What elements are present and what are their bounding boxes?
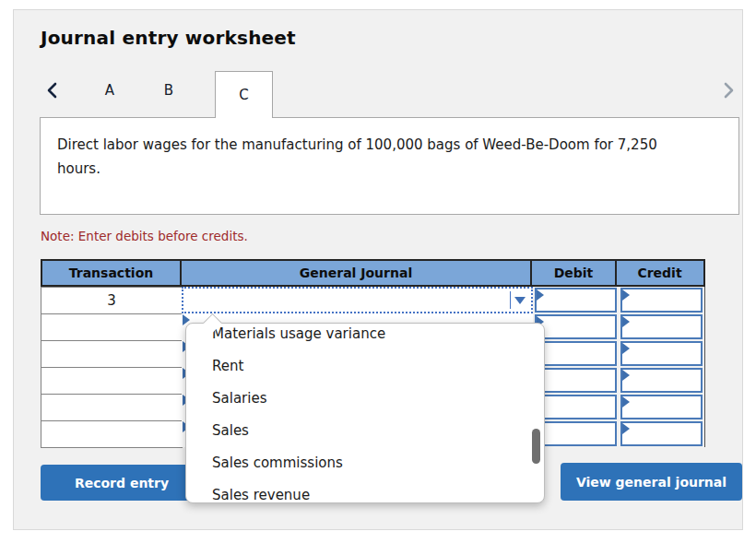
credit-input-6[interactable] [620, 421, 703, 446]
table-right-border [704, 287, 705, 447]
credit-input-3[interactable] [620, 341, 703, 366]
column-header-debit: Debit [532, 261, 617, 285]
cell-flag-icon [622, 396, 630, 407]
tab-a[interactable]: A [91, 82, 128, 99]
account-dropdown-menu: Materials usage variance Rent Salaries S… [185, 323, 545, 503]
cell-flag-icon [622, 316, 630, 327]
page-title: Journal entry worksheet [41, 27, 296, 49]
credit-input-1[interactable] [620, 288, 703, 313]
transaction-description-box: Direct labor wages for the manufacturing… [40, 117, 739, 215]
transaction-cell-6 [41, 421, 182, 448]
chevron-right-icon [720, 82, 737, 99]
dropdown-scrollbar-thumb[interactable] [532, 429, 540, 464]
dropdown-option[interactable]: Sales [186, 415, 544, 447]
caret-down-icon [514, 297, 526, 304]
next-tab-button[interactable] [720, 82, 737, 99]
transaction-description: Direct labor wages for the manufacturing… [57, 133, 666, 181]
cell-flag-icon [537, 289, 544, 301]
record-entry-button[interactable]: Record entry [41, 465, 203, 501]
debits-before-credits-note: Note: Enter debits before credits. [41, 229, 248, 243]
transaction-cell-2 [41, 314, 182, 341]
tab-c-label: C [239, 87, 248, 103]
tab-c-active[interactable]: C [215, 71, 273, 118]
cell-flag-icon [622, 343, 630, 354]
debit-input-5[interactable] [535, 395, 617, 419]
chevron-left-icon [44, 82, 61, 99]
transaction-cell-3 [41, 341, 182, 368]
journal-entry-worksheet-panel: Journal entry worksheet A B C Direct lab… [13, 9, 743, 530]
cell-flag-icon [622, 423, 630, 434]
debit-input-4[interactable] [535, 368, 617, 393]
column-header-general-journal: General Journal [182, 261, 532, 285]
dropdown-option[interactable]: Salaries [186, 383, 544, 415]
transaction-cell-5 [41, 395, 182, 421]
transaction-cell-4 [41, 368, 182, 395]
journal-table-header: Transaction General Journal Debit Credit [41, 259, 705, 287]
dropdown-separator [510, 291, 511, 309]
cell-flag-icon [622, 289, 630, 301]
prev-tab-button[interactable] [44, 82, 61, 99]
dropdown-option[interactable]: Sales commissions [186, 447, 544, 479]
credit-input-5[interactable] [620, 395, 703, 419]
transaction-column: 3 [41, 287, 183, 448]
debit-input-6[interactable] [535, 421, 617, 446]
debit-input-2[interactable] [535, 314, 617, 339]
tab-b[interactable]: B [150, 82, 187, 99]
cell-flag-icon [622, 370, 630, 381]
dropdown-option[interactable]: Sales revenue [186, 479, 544, 503]
debit-input-3[interactable] [535, 341, 617, 366]
account-dropdown-list: Materials usage variance Rent Salaries S… [186, 323, 544, 503]
column-header-transaction: Transaction [42, 261, 182, 285]
general-journal-select-row-1[interactable] [182, 287, 533, 313]
debit-input-1[interactable] [535, 288, 617, 313]
column-header-credit: Credit [617, 261, 703, 285]
view-general-journal-button[interactable]: View general journal [561, 463, 742, 501]
credit-input-2[interactable] [620, 314, 703, 339]
dropdown-option[interactable]: Rent [186, 350, 544, 383]
transaction-cell-1: 3 [41, 288, 182, 314]
credit-input-4[interactable] [620, 368, 703, 393]
dropdown-option[interactable]: Materials usage variance [186, 323, 544, 350]
